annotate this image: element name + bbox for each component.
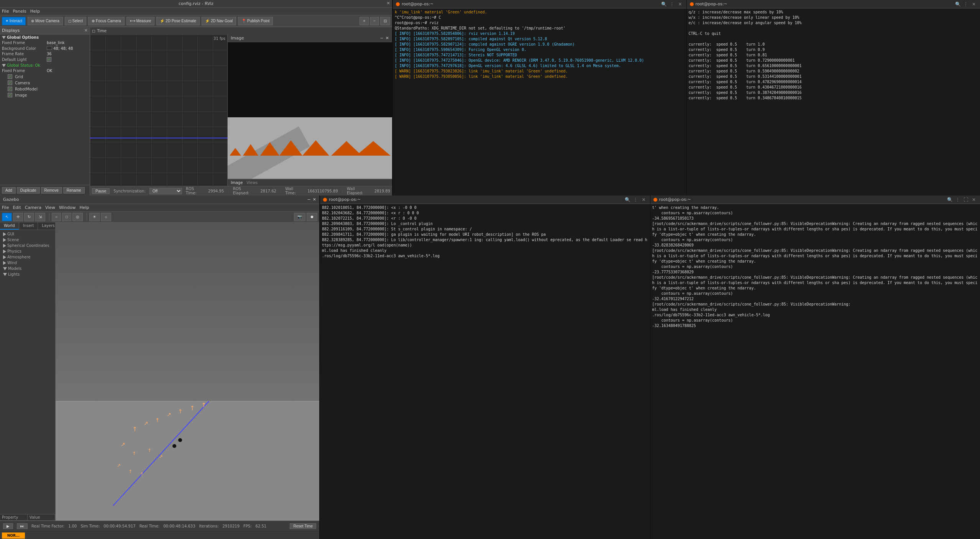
grid-checkbox[interactable]: ✓: [8, 74, 12, 79]
gz-wind-item[interactable]: Wind: [1, 260, 54, 266]
global-options-item[interactable]: Global Options: [0, 35, 90, 40]
zoom-out-btn[interactable]: −: [370, 17, 379, 25]
terminal-menu-btn-2[interactable]: ⋮: [963, 1, 969, 7]
terminal-maximize-btn[interactable]: ⛶: [963, 197, 969, 203]
gz-dir-light[interactable]: ☼: [101, 213, 111, 221]
camera-checkbox[interactable]: ✓: [8, 81, 12, 85]
image-tab[interactable]: Image: [231, 181, 243, 185]
gz-select-tool[interactable]: ↖: [2, 213, 12, 221]
duplicate-btn[interactable]: Duplicate: [17, 187, 40, 194]
gazebo-menu-camera[interactable]: Camera: [25, 205, 41, 210]
sync-select[interactable]: Off Exact Approximate: [149, 188, 182, 194]
terminal-menu-btn-3[interactable]: ⋮: [633, 197, 639, 203]
terminal-title-bl: root@pop-os:~: [329, 197, 361, 202]
term-line: [ INFO] [1663107975.747214713]: Stereis …: [395, 53, 685, 58]
interact-btn[interactable]: ✦ Interact: [2, 17, 26, 25]
fit-btn[interactable]: ⊡: [380, 17, 390, 25]
publish-point-btn[interactable]: 📍 Publish Point: [238, 17, 273, 25]
terminal-bottom-right: root@pop-os:~ 🔍 ⋮ ⛶ ✕ t' when creating t…: [650, 196, 980, 539]
gazebo-menu-edit[interactable]: Edit: [13, 205, 21, 210]
displays-close[interactable]: ✕: [84, 28, 88, 33]
terminal-close-btn[interactable]: ✕: [677, 1, 683, 7]
terminal-search-btn-4[interactable]: 🔍: [947, 197, 953, 203]
terminal-menu-btn[interactable]: ⋮: [669, 1, 675, 7]
gz-physics-item[interactable]: Physics: [1, 248, 54, 254]
image-panel-close[interactable]: ✕: [386, 36, 389, 41]
rename-btn[interactable]: Rename: [63, 187, 85, 194]
gz-pause-btn[interactable]: ▶: [3, 523, 13, 529]
views-tab[interactable]: Views: [246, 181, 258, 185]
gz-gui-item[interactable]: GUI: [1, 231, 54, 237]
gz-box-btn[interactable]: □: [62, 213, 71, 221]
terminal-close-btn-4[interactable]: ✕: [971, 197, 977, 203]
zoom-in-btn[interactable]: +: [359, 17, 369, 25]
image-panel: Image − ✕: [227, 35, 392, 186]
nav-goal-btn[interactable]: ⚡ 2D Nav Goal: [202, 17, 236, 25]
select-btn[interactable]: ◻ Select: [65, 17, 87, 25]
add-btn[interactable]: Add: [2, 187, 16, 194]
gz-screenshot[interactable]: 📷: [294, 213, 305, 221]
terminal-close-btn-3[interactable]: ✕: [641, 197, 647, 203]
global-status-item[interactable]: Global Status: Ok: [0, 62, 90, 68]
terminal-body-tl[interactable]: k 'imu_link' material 'Green' undefined.…: [393, 8, 686, 196]
gz-rotate-tool[interactable]: ↻: [24, 213, 34, 221]
default-light-checkbox[interactable]: ✓: [47, 57, 51, 62]
gz-cylinder-btn[interactable]: ◎: [72, 213, 83, 221]
terminal-menu-btn-4[interactable]: ⋮: [955, 197, 961, 203]
robot-model-checkbox[interactable]: ✓: [8, 87, 12, 91]
gazebo-tab-insert[interactable]: Insert: [19, 222, 38, 230]
gz-realtime-label: Real Time:: [140, 524, 160, 528]
rviz-3d-view[interactable]: ✛: [90, 35, 227, 186]
wall-time-value: 1663110795.89: [307, 189, 338, 193]
terminal-search-btn-3[interactable]: 🔍: [625, 197, 631, 203]
svg-rect-17: [228, 117, 392, 179]
gazebo-menu-help[interactable]: Help: [79, 205, 89, 210]
gazebo-props-section: Property Value: [0, 514, 55, 521]
wall-elapsed-value: 2819.89: [374, 189, 390, 193]
gazebo-menu-file[interactable]: File: [2, 205, 9, 210]
terminal-search-btn[interactable]: 🔍: [661, 1, 667, 7]
pause-btn[interactable]: Pause: [92, 188, 110, 194]
gz-record[interactable]: ⏺: [307, 213, 317, 221]
camera-item[interactable]: ✓ Camera: [0, 80, 90, 86]
focus-camera-btn[interactable]: ⊕ Focus Camera: [88, 17, 124, 25]
gz-scale-tool[interactable]: ⇲: [35, 213, 45, 221]
image-item[interactable]: ✓ Image: [0, 92, 90, 98]
gazebo-tab-world[interactable]: World: [0, 222, 19, 230]
menu-file[interactable]: File: [2, 9, 9, 14]
gz-lights-item[interactable]: Lights: [1, 271, 54, 277]
gz-scene-item[interactable]: Scene: [1, 237, 54, 243]
gz-step-btn[interactable]: ⏭: [17, 523, 28, 529]
move-camera-btn[interactable]: ⊕ Move Camera: [28, 17, 63, 25]
menu-panels[interactable]: Panels: [13, 9, 26, 14]
gz-point-light[interactable]: ☀: [89, 213, 100, 221]
gz-translate-tool[interactable]: ✛: [13, 213, 23, 221]
terminal-close-btn-2[interactable]: ✕: [971, 1, 977, 7]
gz-reset-time-btn[interactable]: Reset Time: [290, 523, 316, 529]
gz-sphere-btn[interactable]: ○: [52, 213, 61, 221]
terminal-body-br[interactable]: t' when creating the ndarray. contours =…: [650, 204, 980, 539]
image-panel-minimize[interactable]: −: [380, 36, 384, 41]
grid-item[interactable]: ✓ Grid: [0, 74, 90, 80]
menu-help[interactable]: Help: [30, 9, 40, 14]
gazebo-menu-view[interactable]: View: [45, 205, 55, 210]
gz-models-item[interactable]: Models: [1, 266, 54, 271]
3d-canvas[interactable]: ✛: [90, 35, 227, 186]
remove-btn[interactable]: Remove: [41, 187, 62, 194]
bg-color-swatch[interactable]: [47, 46, 52, 50]
terminal-search-btn-2[interactable]: 🔍: [955, 1, 961, 7]
grid-overlay: [90, 35, 227, 186]
measure-btn[interactable]: ⟷ Measure: [126, 17, 155, 25]
gazebo-menu-window[interactable]: Window: [59, 205, 76, 210]
gz-atmosphere-item[interactable]: Atmosphere: [1, 254, 54, 260]
rviz-close-btn[interactable]: ✕: [387, 1, 390, 6]
pose-estimate-btn[interactable]: ⚡ 2D Pose Estimate: [156, 17, 200, 25]
gazebo-minimize[interactable]: −: [307, 197, 311, 202]
gazebo-close[interactable]: ✕: [313, 197, 316, 202]
gz-spherical-item[interactable]: Spherical Coordinates: [1, 243, 54, 248]
robot-model-item[interactable]: ✓ RobotModel: [0, 86, 90, 92]
terminal-body-bl[interactable]: 882.102018051, 84.772000000]: <x : -0 0 …: [320, 204, 650, 539]
terminal-body-tr[interactable]: q/z : increase/decrease max speeds by 10…: [687, 8, 980, 196]
image-checkbox[interactable]: ✓: [8, 93, 12, 97]
gazebo-3d-view[interactable]: ↑ ↗ ↑ ↗ ↑ ↑ ↑ ↗ ↑ ↑ ↗ ↗ ↑: [56, 222, 319, 521]
